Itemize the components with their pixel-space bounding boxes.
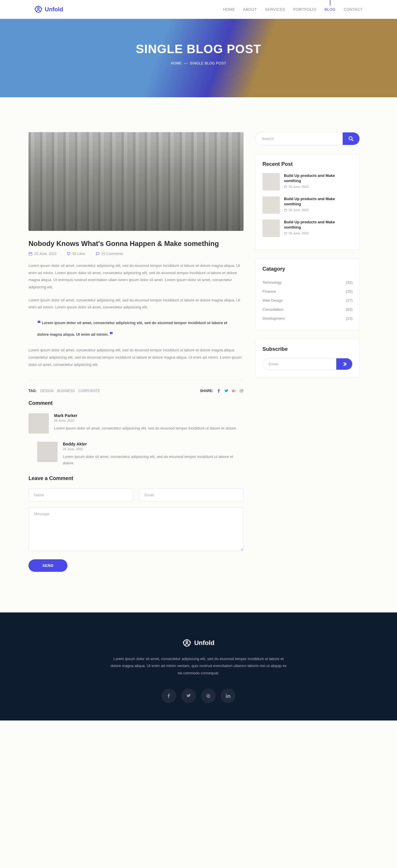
svg-point-1 — [37, 7, 39, 9]
recent-thumb — [262, 220, 280, 237]
email-input[interactable] — [139, 489, 244, 501]
twitter-icon[interactable] — [224, 389, 228, 393]
recent-post-item[interactable]: Build Up products and Make somthing 25 J… — [262, 220, 352, 237]
message-input[interactable] — [28, 507, 244, 551]
main-content: Nobody Knows What's Gonna Happen & Make … — [28, 132, 244, 572]
heart-icon — [66, 252, 70, 256]
comment-date: 25 June, 2022 — [63, 447, 244, 451]
facebook-icon — [167, 693, 171, 698]
svg-point-6 — [349, 136, 352, 140]
quote-open-icon: ❝ — [37, 319, 41, 327]
comment-text: Lorem ipsum dolor sit amet, consectetur … — [63, 454, 244, 466]
logo-text: Unfold — [45, 6, 63, 13]
post-paragraph: Lorem ipsum dolor sit amet, consectetur … — [28, 262, 244, 291]
instagram-icon[interactable] — [239, 389, 244, 393]
logo-icon — [34, 5, 42, 13]
recent-post-title: Build Up products and Make somthing — [284, 173, 352, 184]
subscribe-email-input[interactable] — [263, 358, 336, 370]
google-icon[interactable] — [232, 389, 236, 393]
recent-thumb — [262, 173, 280, 190]
recent-post-date: 25 June, 2022 — [284, 208, 352, 212]
facebook-icon[interactable] — [217, 389, 221, 393]
linkedin-icon — [226, 693, 230, 698]
share: SHARE: — [200, 389, 244, 393]
search-input[interactable] — [255, 132, 343, 145]
page-title: SINGLE BLOG POST — [0, 42, 397, 56]
category-item[interactable]: Web Design(17) — [262, 296, 352, 305]
tag-link[interactable]: CORPORATE — [78, 389, 100, 393]
recent-post-item[interactable]: Build Up products and Make somthing 25 J… — [262, 173, 352, 190]
social-twitter[interactable] — [181, 688, 196, 703]
avatar — [37, 442, 58, 462]
post-body: Lorem ipsum dolor sit amet, consectetur … — [28, 262, 244, 368]
nav-services[interactable]: SERVICES — [265, 7, 285, 11]
footer: Unfold Lorem ipsum dolor sit amet, conse… — [0, 613, 397, 720]
arrow-right-icon — [341, 361, 347, 367]
widget-title: Catagory — [262, 266, 352, 272]
nav-about[interactable]: ABOUT — [243, 7, 257, 11]
logo[interactable]: Unfold — [34, 5, 63, 13]
breadcrumb-current: SINGLE BLOG POST — [190, 61, 226, 65]
meta-comments[interactable]: 25 Comments — [95, 252, 123, 256]
comment-date: 25 June, 2022 — [54, 419, 237, 422]
send-button[interactable]: SEND — [28, 559, 67, 572]
post-footer: TAG: DESIGNBUSINESSCORPORATE SHARE: — [28, 380, 244, 400]
comments-heading: Comment — [28, 400, 244, 406]
post-quote: ❝ Lorem ipsum dolor sit amet, consectetu… — [28, 317, 244, 340]
breadcrumb: HOME — SINGLE BLOG POST — [0, 61, 397, 65]
nav-home[interactable]: HOME — [223, 7, 235, 11]
category-item[interactable]: Consultation(03) — [262, 305, 352, 314]
social-linkedin[interactable] — [221, 688, 235, 703]
name-input[interactable] — [28, 489, 133, 501]
social-row — [0, 688, 397, 703]
calendar-icon — [284, 185, 287, 188]
nav-blog[interactable]: BLOG — [324, 7, 336, 11]
post-title: Nobody Knows What's Gonna Happen & Make … — [28, 240, 244, 248]
recent-thumb — [262, 196, 280, 214]
sidebar: Recent Post Build Up products and Make s… — [255, 132, 360, 572]
calendar-icon — [28, 252, 33, 256]
search-icon — [348, 135, 354, 142]
social-pinterest[interactable] — [201, 688, 216, 703]
recent-post-title: Build Up products and Make somthing — [284, 220, 352, 230]
recent-post-date: 25 June, 2022 — [284, 185, 352, 188]
category-item[interactable]: Development(13) — [262, 314, 352, 323]
post-paragraph: Lorem ipsum dolor sit amet, consectetur … — [28, 347, 244, 368]
pinterest-icon — [206, 693, 211, 698]
nav-contact[interactable]: CONTACT — [344, 7, 363, 11]
calendar-icon — [284, 209, 287, 212]
meta-likes[interactable]: 50 Likes — [66, 252, 85, 256]
footer-text: Lorem ipsum dolor sit amet, consectetur … — [108, 655, 289, 677]
recent-post-title: Build Up products and Make somthing — [284, 196, 352, 207]
breadcrumb-home[interactable]: HOME — [171, 61, 182, 65]
hero-banner: SINGLE BLOG POST HOME — SINGLE BLOG POST — [0, 19, 397, 97]
tags-label: TAG: — [28, 389, 37, 393]
post-featured-image — [28, 132, 244, 231]
tag-link[interactable]: BUSINESS — [57, 389, 75, 393]
main-nav: HOMEABOUTSERVICESPORTFOLIOBLOGCONTACT — [223, 7, 363, 12]
subscribe-button[interactable] — [336, 358, 352, 370]
calendar-icon — [284, 232, 287, 235]
widget-title: Subscribe — [262, 346, 352, 352]
avatar — [28, 413, 49, 434]
footer-logo[interactable]: Unfold — [0, 639, 397, 647]
svg-rect-2 — [29, 253, 32, 255]
quote-close-icon: ❞ — [110, 331, 113, 338]
recent-post-date: 25 June, 2022 — [284, 231, 352, 235]
search-button[interactable] — [343, 132, 360, 145]
category-widget: Catagory Technology(32) Finance(25) Web … — [255, 259, 360, 330]
footer-logo-text: Unfold — [194, 639, 215, 647]
nav-portfolio[interactable]: PORTFOLIO — [293, 7, 316, 11]
social-facebook[interactable] — [162, 688, 176, 703]
breadcrumb-sep: — — [183, 61, 190, 65]
svg-point-4 — [241, 390, 243, 392]
svg-rect-8 — [284, 209, 287, 211]
comment-author: Mark Parker — [54, 413, 237, 418]
share-label: SHARE: — [200, 389, 213, 393]
category-item[interactable]: Finance(25) — [262, 287, 352, 296]
comment-item: Boddy Akter 25 June, 2022 Lorem ipsum do… — [37, 442, 244, 466]
svg-rect-7 — [284, 186, 287, 188]
tag-link[interactable]: DESIGN — [40, 389, 54, 393]
recent-post-item[interactable]: Build Up products and Make somthing 25 J… — [262, 196, 352, 214]
category-item[interactable]: Technology(32) — [262, 278, 352, 287]
